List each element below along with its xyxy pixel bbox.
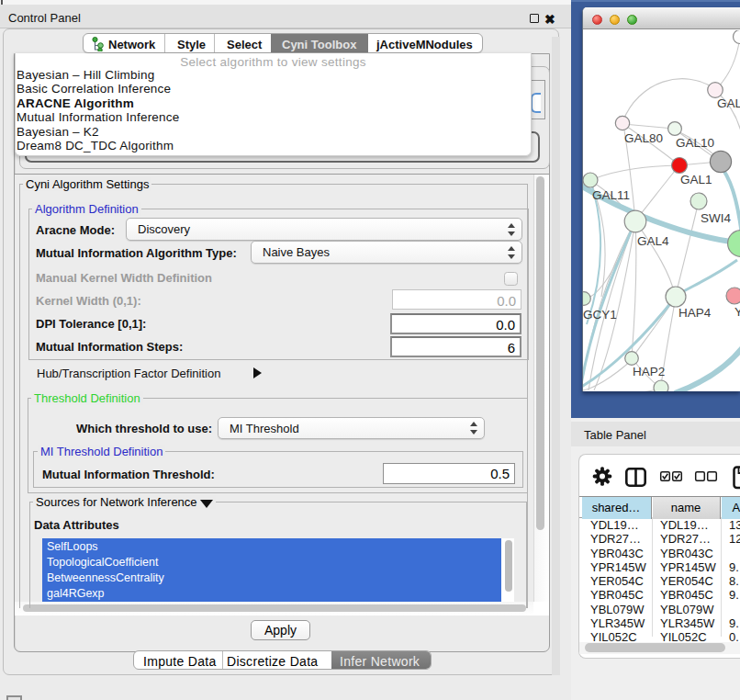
svg-text:GAL: GAL <box>717 96 740 110</box>
svg-text:GAL1: GAL1 <box>680 173 712 186</box>
svg-text:SWI4: SWI4 <box>701 211 731 225</box>
svg-text:HAP2: HAP2 <box>633 365 665 378</box>
svg-text:GAL11: GAL11 <box>592 188 630 202</box>
svg-text:GAL80: GAL80 <box>624 131 663 145</box>
svg-text:Y: Y <box>734 305 740 319</box>
svg-text:GCY1: GCY1 <box>583 308 617 322</box>
svg-text:HAP4: HAP4 <box>678 306 712 320</box>
svg-text:GAL4: GAL4 <box>637 234 669 248</box>
svg-text:GAL10: GAL10 <box>676 136 714 150</box>
